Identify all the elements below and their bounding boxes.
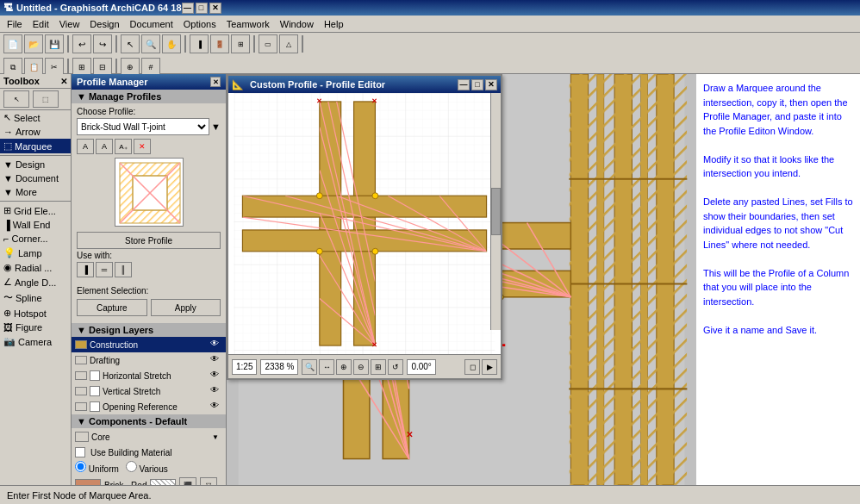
resize-icon-1[interactable]: ◻ (464, 359, 480, 375)
tool-radial[interactable]: ◉ Radial ... (0, 260, 71, 275)
swatch-btn-2[interactable]: ▽ (200, 477, 217, 485)
tool-wall-end[interactable]: ▐ Wall End (0, 218, 71, 232)
profile-editor-title: 📐 Custom Profile - Profile Editor (232, 79, 458, 90)
layer-opening-eye[interactable]: 👁 (210, 401, 222, 413)
components-header[interactable]: ▼ Components - Default (72, 414, 226, 428)
various-radio[interactable] (126, 461, 137, 472)
menu-document[interactable]: Document (125, 17, 178, 31)
layer-drafting-eye[interactable]: 👁 (210, 354, 222, 366)
tool-arrow[interactable]: → Arrow (0, 125, 71, 139)
menu-view[interactable]: View (54, 17, 85, 31)
profile-select[interactable]: Brick-Stud Wall T-joint (77, 118, 209, 135)
camera-icon: 📷 (3, 336, 16, 347)
tool-spline[interactable]: 〜 Spline (0, 289, 71, 306)
select-arrow-tool[interactable]: ↖ (3, 90, 29, 108)
editor-maximize[interactable]: □ (471, 79, 483, 90)
maximize-button[interactable]: □ (196, 3, 208, 14)
open-btn[interactable]: 📂 (24, 34, 43, 53)
window-btn[interactable]: ⊞ (231, 34, 250, 53)
use-column-icon[interactable]: ║ (115, 262, 132, 277)
status-icon-2[interactable]: ↔ (319, 359, 334, 375)
status-icon-1[interactable]: 🔍 (302, 359, 317, 375)
tool-marquee[interactable]: ⬚ Marquee (0, 139, 71, 153)
layer-vert-stretch[interactable]: Vertical Stretch 👁 (72, 383, 226, 399)
editor-minimize[interactable]: — (458, 79, 470, 90)
zoom-btn[interactable]: 🔍 (141, 34, 160, 53)
resize-icon-2[interactable]: ▶ (482, 359, 497, 375)
new-btn[interactable]: 📄 (3, 34, 22, 53)
close-button[interactable]: ✕ (209, 3, 221, 14)
minimize-button[interactable]: — (182, 3, 194, 14)
status-icon-3[interactable]: ⊕ (336, 359, 352, 375)
menu-help[interactable]: Help (319, 17, 349, 31)
profile-canvas[interactable]: ✕ ✕ ✕ (228, 93, 501, 354)
profile-icon-2[interactable]: A (96, 139, 113, 154)
use-beam-icon[interactable]: ═ (96, 262, 113, 277)
profile-preview (115, 158, 184, 227)
editor-close[interactable]: ✕ (485, 79, 497, 90)
canvas-area[interactable]: ✕ ✕ ✕ 📐 Custom Profile - Profile Editor (227, 74, 696, 485)
tool-corner[interactable]: ⌐ Corner... (0, 232, 71, 246)
menu-teamwork[interactable]: Teamwork (221, 17, 275, 31)
swatch-btn-1[interactable]: ⬛ (179, 477, 196, 485)
layer-vert-eye[interactable]: 👁 (210, 385, 222, 397)
profile-icon-1[interactable]: A (77, 139, 94, 154)
profile-icon-4[interactable]: ✕ (134, 139, 151, 154)
angle-field: 0.00° (407, 359, 435, 375)
menu-edit[interactable]: Edit (28, 17, 54, 31)
profile-panel-close[interactable]: ✕ (210, 77, 221, 87)
store-profile-button[interactable]: Store Profile (77, 232, 221, 249)
tool-design[interactable]: ▼ Design (0, 158, 71, 171)
hatch-swatch[interactable] (150, 479, 176, 485)
tool-hotspot[interactable]: ⊕ Hotspot (0, 306, 71, 320)
layer-construction-eye[interactable]: 👁 (210, 339, 222, 351)
layer-vert-checkbox[interactable] (90, 386, 100, 396)
wall-btn[interactable]: ▐ (190, 34, 209, 53)
select-btn[interactable]: ↖ (121, 34, 140, 53)
redo-btn[interactable]: ↪ (93, 34, 112, 53)
editor-scrollbar-v[interactable] (490, 93, 501, 330)
status-icon-6[interactable]: ↺ (388, 359, 403, 375)
profile-icon-3[interactable]: A₊ (115, 139, 132, 154)
layer-opening-ref[interactable]: Opening Reference 👁 (72, 399, 226, 414)
layer-opening-checkbox[interactable] (90, 401, 100, 412)
manage-profiles-header[interactable]: ▼ Manage Profiles (72, 90, 226, 103)
pan-btn[interactable]: ✋ (162, 34, 181, 53)
capture-button[interactable]: Capture (77, 299, 147, 316)
tool-document[interactable]: ▼ Document (0, 171, 71, 185)
use-building-checkbox[interactable] (75, 447, 85, 457)
menu-design[interactable]: Design (84, 17, 124, 31)
color-swatch[interactable] (75, 479, 101, 485)
status-icon-4[interactable]: ⊖ (353, 359, 369, 375)
status-icon-5[interactable]: ⊞ (371, 359, 386, 375)
core-icon (75, 432, 89, 442)
design-layers-header[interactable]: ▼ Design Layers (72, 323, 226, 337)
layer-construction[interactable]: Construction 👁 (72, 337, 226, 352)
menu-options[interactable]: Options (178, 17, 221, 31)
menu-window[interactable]: Window (275, 17, 319, 31)
tool-grid-element[interactable]: ⊞ Grid Ele... (0, 203, 71, 218)
tool-select[interactable]: ↖ Select (0, 110, 71, 125)
layer-horiz-stretch[interactable]: Horizontal Stretch 👁 (72, 368, 226, 383)
save-btn[interactable]: 💾 (45, 34, 64, 53)
tool-angle[interactable]: ∠ Angle D... (0, 275, 71, 289)
roof-btn[interactable]: △ (279, 34, 298, 53)
wall-end-icon: ▐ (3, 220, 10, 230)
tool-figure[interactable]: 🖼 Figure (0, 320, 71, 334)
uniform-radio[interactable] (75, 461, 86, 472)
apply-button[interactable]: Apply (151, 299, 221, 316)
use-wall-icon[interactable]: ▐ (77, 262, 94, 277)
undo-btn[interactable]: ↩ (72, 34, 91, 53)
tool-camera[interactable]: 📷 Camera (0, 334, 71, 349)
toolbox-close[interactable]: ✕ (60, 77, 67, 86)
menu-file[interactable]: File (2, 17, 28, 31)
tool-lamp[interactable]: 💡 Lamp (0, 246, 71, 260)
layer-horiz-eye[interactable]: 👁 (210, 370, 222, 382)
toolbox: Toolbox ✕ ↖ ⬚ ↖ Select → Arrow ⬚ Marquee… (0, 74, 72, 485)
layer-horiz-checkbox[interactable] (90, 370, 100, 381)
floor-btn[interactable]: ▭ (259, 34, 277, 53)
tool-more[interactable]: ▼ More (0, 185, 71, 199)
layer-drafting[interactable]: Drafting 👁 (72, 352, 226, 368)
door-btn[interactable]: 🚪 (210, 34, 229, 53)
marquee-tool-icon[interactable]: ⬚ (33, 90, 59, 108)
